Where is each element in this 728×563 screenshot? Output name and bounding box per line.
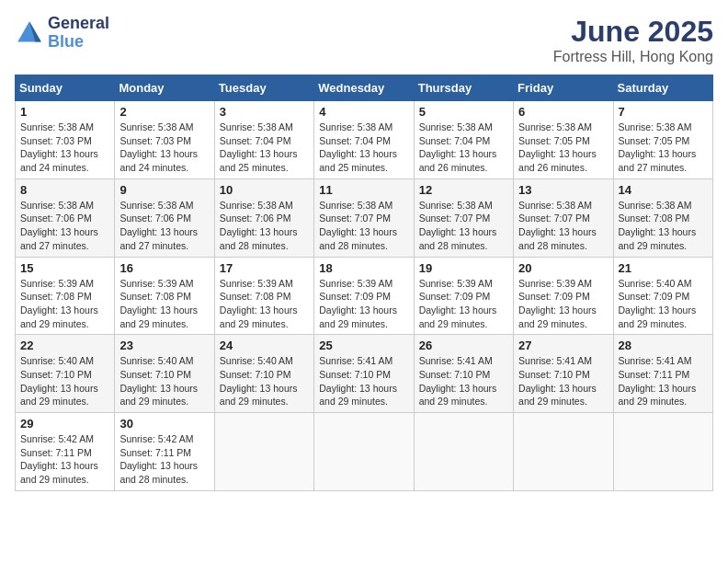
sunset-label: Sunset: — [319, 213, 355, 224]
sunset-label: Sunset: — [119, 369, 155, 380]
daylight-label: Daylight: 13 hours and 29 minutes. — [619, 304, 697, 329]
day-info: Sunrise: 5:38 AM Sunset: 7:03 PM Dayligh… — [119, 121, 209, 175]
calendar-header-row: SundayMondayTuesdayWednesdayThursdayFrid… — [16, 75, 713, 101]
sunrise-label: Sunrise: — [319, 278, 357, 289]
daylight-label: Daylight: 13 hours and 29 minutes. — [419, 304, 497, 329]
day-number: 8 — [20, 183, 109, 197]
sunrise-time: 5:38 AM — [656, 200, 692, 211]
sunrise-time: 5:38 AM — [457, 121, 493, 132]
daylight-label: Daylight: 13 hours and 24 minutes. — [20, 148, 98, 173]
page-header: General Blue June 2025 Fortress Hill, Ho… — [15, 15, 713, 65]
calendar-week-row: 22 Sunrise: 5:40 AM Sunset: 7:10 PM Dayl… — [16, 335, 713, 413]
day-info: Sunrise: 5:38 AM Sunset: 7:08 PM Dayligh… — [619, 199, 708, 253]
sunset-time: 7:08 PM — [56, 291, 92, 302]
day-number: 20 — [518, 261, 608, 275]
sunset-label: Sunset: — [119, 447, 155, 458]
calendar-cell: 27 Sunrise: 5:41 AM Sunset: 7:10 PM Dayl… — [514, 335, 613, 413]
sunset-label: Sunset: — [619, 213, 654, 224]
sunset-time: 7:10 PM — [355, 369, 391, 380]
sunset-label: Sunset: — [119, 213, 155, 224]
daylight-label: Daylight: 13 hours and 29 minutes. — [319, 304, 397, 329]
day-number: 21 — [619, 261, 708, 275]
sunrise-time: 5:38 AM — [158, 200, 194, 211]
sunset-label: Sunset: — [518, 213, 554, 224]
sunrise-label: Sunrise: — [419, 121, 457, 132]
sunrise-time: 5:38 AM — [358, 200, 393, 211]
sunset-time: 7:09 PM — [355, 291, 391, 302]
calendar-cell: 28 Sunrise: 5:41 AM Sunset: 7:11 PM Dayl… — [613, 335, 712, 413]
sunrise-label: Sunrise: — [619, 200, 656, 211]
day-number: 13 — [518, 183, 608, 197]
sunset-label: Sunset: — [220, 135, 256, 146]
calendar-cell — [514, 413, 613, 491]
title-area: June 2025 Fortress Hill, Hong Kong — [553, 15, 713, 65]
day-number: 9 — [119, 183, 209, 197]
month-title: June 2025 — [553, 15, 713, 49]
calendar-cell: 15 Sunrise: 5:39 AM Sunset: 7:08 PM Dayl… — [16, 257, 115, 335]
day-number: 6 — [518, 105, 608, 119]
sunrise-label: Sunrise: — [119, 355, 157, 366]
daylight-label: Daylight: 13 hours and 27 minutes. — [619, 148, 697, 173]
day-info: Sunrise: 5:39 AM Sunset: 7:08 PM Dayligh… — [220, 277, 309, 331]
sunrise-label: Sunrise: — [319, 121, 357, 132]
daylight-label: Daylight: 13 hours and 29 minutes. — [20, 460, 98, 485]
daylight-label: Daylight: 13 hours and 24 minutes. — [119, 148, 198, 173]
sunrise-time: 5:40 AM — [656, 278, 692, 289]
day-info: Sunrise: 5:42 AM Sunset: 7:11 PM Dayligh… — [20, 432, 109, 487]
sunset-time: 7:09 PM — [454, 291, 490, 302]
daylight-label: Daylight: 13 hours and 29 minutes. — [619, 226, 697, 251]
sunrise-time: 5:38 AM — [58, 200, 94, 211]
sunrise-label: Sunrise: — [20, 121, 58, 132]
sunrise-time: 5:39 AM — [457, 278, 493, 289]
sunset-time: 7:03 PM — [56, 135, 92, 146]
daylight-label: Daylight: 13 hours and 29 minutes. — [220, 383, 298, 408]
day-number: 7 — [619, 105, 708, 119]
daylight-label: Daylight: 13 hours and 26 minutes. — [518, 148, 597, 173]
sunrise-time: 5:39 AM — [158, 278, 194, 289]
sunrise-label: Sunrise: — [20, 278, 58, 289]
calendar-cell: 20 Sunrise: 5:39 AM Sunset: 7:09 PM Dayl… — [514, 257, 613, 335]
calendar-cell: 6 Sunrise: 5:38 AM Sunset: 7:05 PM Dayli… — [514, 101, 613, 179]
daylight-label: Daylight: 13 hours and 25 minutes. — [319, 148, 397, 173]
sunset-label: Sunset: — [20, 135, 56, 146]
daylight-label: Daylight: 13 hours and 26 minutes. — [419, 148, 497, 173]
day-number: 23 — [119, 339, 209, 352]
sunrise-time: 5:39 AM — [358, 278, 393, 289]
day-info: Sunrise: 5:41 AM Sunset: 7:10 PM Dayligh… — [419, 354, 508, 408]
sunset-time: 7:07 PM — [355, 213, 391, 224]
sunrise-time: 5:39 AM — [257, 278, 293, 289]
sunrise-label: Sunrise: — [220, 355, 257, 366]
daylight-label: Daylight: 13 hours and 29 minutes. — [419, 383, 497, 408]
day-number: 16 — [119, 261, 209, 275]
day-number: 12 — [419, 183, 508, 197]
calendar-cell: 21 Sunrise: 5:40 AM Sunset: 7:09 PM Dayl… — [613, 257, 712, 335]
sunset-time: 7:09 PM — [654, 291, 689, 302]
sunset-time: 7:04 PM — [454, 135, 490, 146]
calendar-cell: 9 Sunrise: 5:38 AM Sunset: 7:06 PM Dayli… — [115, 178, 214, 257]
sunrise-time: 5:39 AM — [557, 278, 593, 289]
sunrise-time: 5:38 AM — [358, 121, 393, 132]
calendar-cell: 12 Sunrise: 5:38 AM Sunset: 7:07 PM Dayl… — [414, 178, 513, 257]
daylight-label: Daylight: 13 hours and 29 minutes. — [119, 304, 198, 329]
sunrise-label: Sunrise: — [20, 433, 58, 444]
sunset-time: 7:10 PM — [56, 369, 92, 380]
day-info: Sunrise: 5:38 AM Sunset: 7:04 PM Dayligh… — [220, 121, 309, 175]
sunset-time: 7:08 PM — [155, 291, 191, 302]
calendar-week-row: 29 Sunrise: 5:42 AM Sunset: 7:11 PM Dayl… — [16, 413, 713, 491]
calendar-cell: 19 Sunrise: 5:39 AM Sunset: 7:09 PM Dayl… — [414, 257, 513, 335]
day-of-week-header: Wednesday — [314, 75, 414, 101]
sunset-time: 7:10 PM — [454, 369, 490, 380]
calendar-cell: 5 Sunrise: 5:38 AM Sunset: 7:04 PM Dayli… — [414, 101, 513, 179]
sunset-label: Sunset: — [20, 213, 56, 224]
sunset-label: Sunset: — [619, 369, 654, 380]
sunset-time: 7:08 PM — [255, 291, 290, 302]
day-info: Sunrise: 5:39 AM Sunset: 7:08 PM Dayligh… — [20, 277, 109, 331]
sunset-label: Sunset: — [619, 135, 654, 146]
daylight-label: Daylight: 13 hours and 27 minutes. — [20, 226, 98, 251]
calendar-cell: 2 Sunrise: 5:38 AM Sunset: 7:03 PM Dayli… — [115, 101, 214, 179]
sunrise-label: Sunrise: — [619, 355, 656, 366]
sunset-time: 7:03 PM — [155, 135, 191, 146]
sunset-label: Sunset: — [319, 369, 355, 380]
day-of-week-header: Friday — [514, 75, 613, 101]
day-number: 29 — [20, 417, 109, 431]
